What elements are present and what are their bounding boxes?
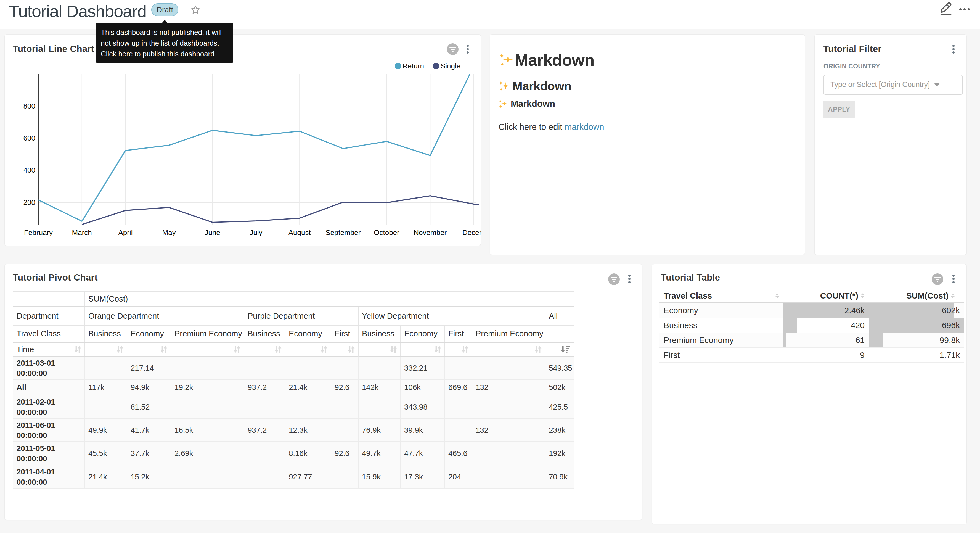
svg-text:Single: Single (441, 62, 460, 70)
svg-text:March: March (72, 228, 92, 237)
svg-text:800: 800 (24, 102, 35, 110)
svg-text:September: September (326, 228, 361, 237)
svg-text:July: July (250, 228, 262, 237)
svg-text:August: August (288, 228, 311, 237)
svg-text:April: April (118, 228, 132, 237)
svg-text:Return: Return (402, 62, 424, 70)
svg-text:400: 400 (24, 166, 35, 174)
svg-text:December: December (462, 228, 481, 237)
svg-text:October: October (374, 228, 399, 237)
svg-text:November: November (414, 228, 447, 237)
svg-text:February: February (24, 228, 53, 237)
svg-text:200: 200 (24, 198, 35, 207)
svg-text:June: June (205, 228, 220, 237)
svg-text:May: May (162, 228, 176, 237)
svg-text:600: 600 (24, 134, 35, 142)
